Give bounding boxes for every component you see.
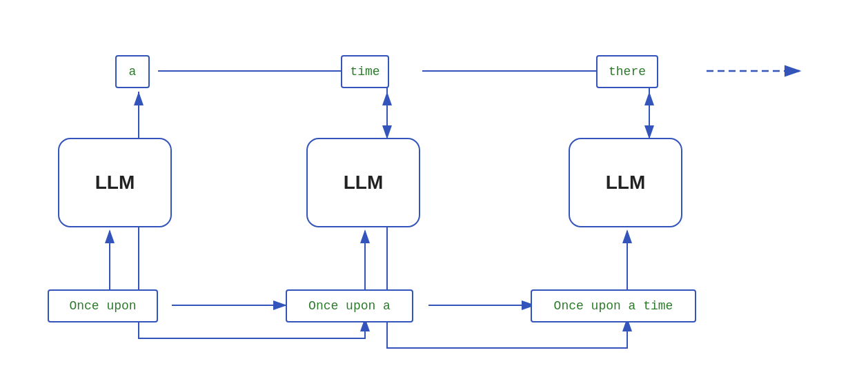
token-there-label: there bbox=[609, 65, 646, 79]
ctx3-label: Once upon a time bbox=[554, 299, 673, 313]
ctx3-box: Once upon a time bbox=[531, 289, 696, 322]
token-a-label: a bbox=[129, 65, 137, 79]
llm1-box: LLM bbox=[58, 138, 172, 227]
diagram: LLM LLM LLM a time there Once upon Once … bbox=[20, 17, 848, 362]
llm3-box: LLM bbox=[569, 138, 682, 227]
token-time-label: time bbox=[350, 65, 379, 79]
token-time-box: time bbox=[341, 55, 389, 88]
token-there-box: there bbox=[596, 55, 658, 88]
ctx2-box: Once upon a bbox=[286, 289, 413, 322]
ctx1-label: Once upon bbox=[69, 299, 136, 313]
llm2-box: LLM bbox=[306, 138, 420, 227]
ctx1-box: Once upon bbox=[48, 289, 158, 322]
llm2-label: LLM bbox=[344, 172, 384, 194]
llm3-label: LLM bbox=[606, 172, 646, 194]
token-a-box: a bbox=[115, 55, 150, 88]
llm1-label: LLM bbox=[95, 172, 135, 194]
ctx2-label: Once upon a bbox=[308, 299, 391, 313]
